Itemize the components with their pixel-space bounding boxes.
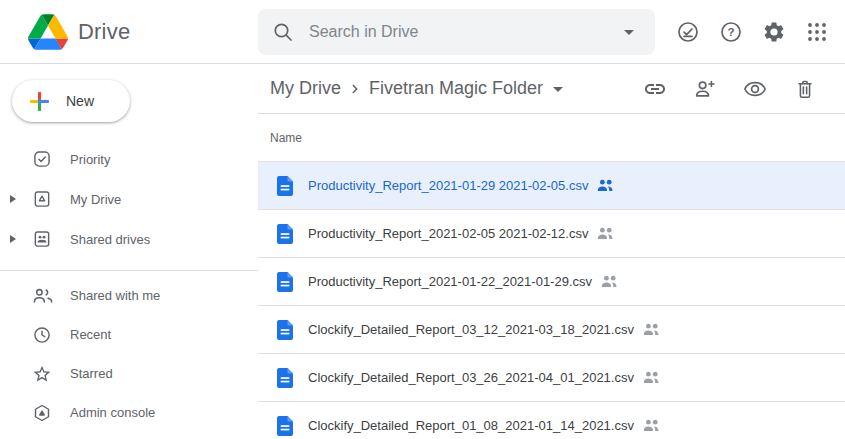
- shared-people-icon: [643, 371, 661, 384]
- new-button-label: New: [66, 93, 94, 109]
- file-browser: My Drive Fivetran Magic Folder: [258, 64, 845, 439]
- file-row[interactable]: Clockify_Detailed_Report_03_12_2021-03_1…: [258, 306, 845, 354]
- file-row[interactable]: Clockify_Detailed_Report_01_08_2021-01_1…: [258, 402, 845, 439]
- csv-file-icon: [277, 224, 293, 244]
- sidebar-item-label: Shared with me: [70, 288, 160, 303]
- breadcrumb-current-folder[interactable]: Fivetran Magic Folder: [369, 78, 543, 99]
- file-name[interactable]: Productivity_Report_2021-02-05 2021-02-1…: [308, 226, 588, 241]
- apps-grid-icon[interactable]: [805, 20, 829, 44]
- search-input[interactable]: Search in Drive: [309, 23, 617, 41]
- sidebar-nav-primary: Priority My Drive: [0, 139, 258, 259]
- sidebar-nav-secondary: Shared with me Recent Starred: [0, 270, 258, 432]
- file-name[interactable]: Clockify_Detailed_Report_03_26_2021-04_0…: [308, 370, 634, 385]
- clock-icon: [32, 325, 52, 345]
- shared-people-icon: [597, 227, 615, 240]
- drive-wordmark: Drive: [78, 19, 130, 45]
- search-options-caret-icon[interactable]: [617, 20, 641, 44]
- sidebar-item-my-drive[interactable]: My Drive: [0, 179, 258, 219]
- csv-file-icon: [277, 416, 293, 436]
- file-row[interactable]: Clockify_Detailed_Report_03_26_2021-04_0…: [258, 354, 845, 402]
- shared-people-icon: [597, 179, 615, 192]
- file-name[interactable]: Productivity_Report_2021-01-22_2021-01-2…: [308, 274, 592, 289]
- csv-file-icon: [277, 368, 293, 388]
- folder-menu-caret-icon[interactable]: [553, 87, 563, 92]
- preview-eye-icon[interactable]: [743, 77, 767, 101]
- sidebar-item-label: My Drive: [70, 192, 121, 207]
- delete-trash-icon[interactable]: [793, 77, 817, 101]
- sidebar-item-label: Recent: [70, 327, 111, 342]
- file-row[interactable]: Productivity_Report_2021-01-22_2021-01-2…: [258, 258, 845, 306]
- sidebar-item-shared-with-me[interactable]: Shared with me: [0, 276, 258, 315]
- search-bar[interactable]: Search in Drive: [258, 9, 655, 55]
- folder-action-group: [643, 77, 817, 101]
- sidebar: New Priority: [0, 64, 258, 439]
- shared-people-icon: [643, 323, 661, 336]
- breadcrumb-parent[interactable]: My Drive: [270, 78, 341, 99]
- file-name[interactable]: Clockify_Detailed_Report_03_12_2021-03_1…: [308, 322, 634, 337]
- sidebar-item-label: Starred: [70, 366, 113, 381]
- drive-logo-icon: [28, 14, 68, 50]
- sidebar-item-label: Admin console: [70, 405, 155, 420]
- settings-icon[interactable]: [762, 20, 786, 44]
- people-icon: [32, 286, 52, 306]
- get-link-icon[interactable]: [643, 77, 667, 101]
- file-name[interactable]: Clockify_Detailed_Report_01_08_2021-01_1…: [308, 418, 634, 433]
- sidebar-item-priority[interactable]: Priority: [0, 139, 258, 179]
- my-drive-icon: [32, 189, 52, 209]
- sidebar-item-shared-drives[interactable]: Shared drives: [0, 219, 258, 259]
- drive-logo-area[interactable]: Drive: [0, 14, 258, 50]
- breadcrumb-toolbar: My Drive Fivetran Magic Folder: [258, 64, 845, 114]
- shared-people-icon: [643, 419, 661, 432]
- sidebar-item-label: Shared drives: [70, 232, 150, 247]
- expand-arrow-icon[interactable]: [10, 195, 16, 203]
- file-list-header[interactable]: Name: [258, 114, 845, 162]
- star-icon: [32, 364, 52, 384]
- sidebar-item-starred[interactable]: Starred: [0, 354, 258, 393]
- chevron-right-icon: [345, 79, 365, 99]
- priority-icon: [32, 149, 52, 169]
- sidebar-item-admin-console[interactable]: Admin console: [0, 393, 258, 432]
- topbar-icon-group: ?: [676, 20, 829, 44]
- csv-file-icon: [277, 176, 293, 196]
- csv-file-icon: [277, 320, 293, 340]
- csv-file-icon: [277, 272, 293, 292]
- file-row[interactable]: Productivity_Report_2021-01-29 2021-02-0…: [258, 162, 845, 210]
- top-bar: Drive Search in Drive ?: [0, 0, 845, 64]
- help-icon[interactable]: ?: [719, 20, 743, 44]
- new-button[interactable]: New: [12, 80, 130, 122]
- column-header-name[interactable]: Name: [270, 131, 302, 145]
- shared-people-icon: [601, 275, 619, 288]
- share-add-person-icon[interactable]: [693, 77, 717, 101]
- google-plus-icon: [27, 89, 52, 114]
- file-name[interactable]: Productivity_Report_2021-01-29 2021-02-0…: [308, 178, 588, 193]
- sidebar-item-recent[interactable]: Recent: [0, 315, 258, 354]
- svg-text:?: ?: [727, 26, 734, 38]
- shared-drives-icon: [32, 229, 52, 249]
- sidebar-item-label: Priority: [70, 152, 110, 167]
- expand-arrow-icon[interactable]: [10, 235, 16, 243]
- offline-status-icon[interactable]: [676, 20, 700, 44]
- file-row[interactable]: Productivity_Report_2021-02-05 2021-02-1…: [258, 210, 845, 258]
- search-icon[interactable]: [271, 20, 295, 44]
- admin-hexagon-icon: [32, 403, 52, 423]
